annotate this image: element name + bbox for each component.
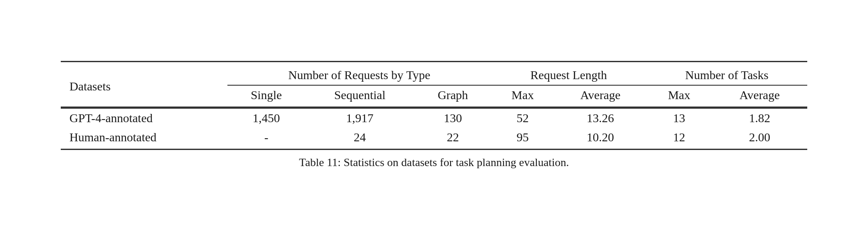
row1-task-max: 13	[646, 108, 712, 128]
header-row-1: Datasets Number of Requests by Type Requ…	[61, 62, 807, 85]
group3-header: Number of Tasks	[646, 62, 807, 85]
row2-graph: 22	[415, 128, 491, 149]
table-row: GPT-4-annotated 1,450 1,917 130 52 13.26…	[61, 108, 807, 128]
row1-graph: 130	[415, 108, 491, 128]
row2-task-avg: 2.00	[712, 128, 807, 149]
row2-req-max: 95	[491, 128, 554, 149]
group1-header: Number of Requests by Type	[227, 62, 491, 85]
row1-req-avg: 13.26	[554, 108, 646, 128]
table-row: Human-annotated - 24 22 95 10.20 12 2.00	[61, 128, 807, 149]
group2-header: Request Length	[491, 62, 646, 85]
table-caption: Table 11: Statistics on datasets for tas…	[61, 150, 807, 170]
row1-req-max: 52	[491, 108, 554, 128]
row1-task-avg: 1.82	[712, 108, 807, 128]
row2-sequential: 24	[305, 128, 415, 149]
row2-label: Human-annotated	[61, 128, 227, 149]
datasets-header: Datasets	[61, 62, 227, 107]
row1-sequential: 1,917	[305, 108, 415, 128]
col-req-max-header: Max	[491, 85, 554, 107]
table-container: Datasets Number of Requests by Type Requ…	[43, 52, 825, 178]
row1-single: 1,450	[227, 108, 305, 128]
row2-single: -	[227, 128, 305, 149]
col-single-header: Single	[227, 85, 305, 107]
row2-req-avg: 10.20	[554, 128, 646, 149]
statistics-table: Datasets Number of Requests by Type Requ…	[61, 61, 807, 169]
col-task-avg-header: Average	[712, 85, 807, 107]
col-req-avg-header: Average	[554, 85, 646, 107]
row1-label: GPT-4-annotated	[61, 108, 227, 128]
col-graph-header: Graph	[415, 85, 491, 107]
col-task-max-header: Max	[646, 85, 712, 107]
col-sequential-header: Sequential	[305, 85, 415, 107]
row2-task-max: 12	[646, 128, 712, 149]
caption-row: Table 11: Statistics on datasets for tas…	[61, 150, 807, 170]
